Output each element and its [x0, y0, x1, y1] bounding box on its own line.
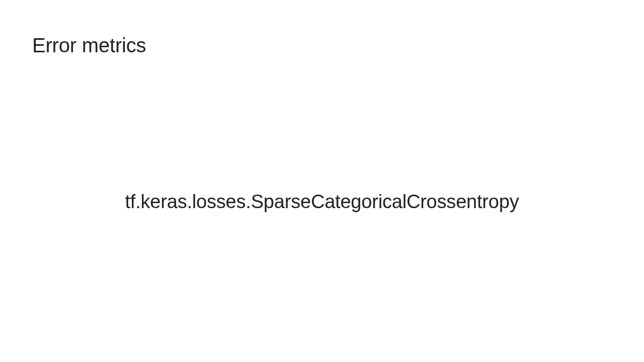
slide-title: Error metrics	[32, 34, 146, 57]
slide-body-text: tf.keras.losses.SparseCategoricalCrossen…	[0, 191, 644, 213]
